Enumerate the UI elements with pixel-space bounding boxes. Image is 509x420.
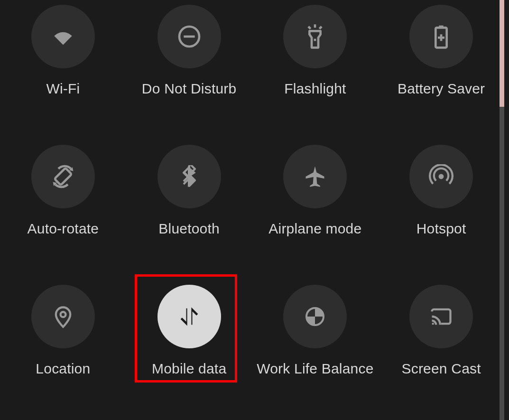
tile-wifi[interactable]: Wi-Fi xyxy=(0,0,126,140)
location-icon xyxy=(51,304,75,329)
svg-line-4 xyxy=(320,27,322,29)
quick-settings-panel: Wi-Fi Do Not Disturb xyxy=(0,0,504,420)
svg-point-16 xyxy=(432,323,434,325)
battery-saver-icon xyxy=(428,23,454,50)
tile-screen-cast[interactable]: Screen Cast xyxy=(378,280,504,420)
tile-screen-cast-label: Screen Cast xyxy=(401,361,481,377)
side-strip-accent xyxy=(500,0,504,107)
tile-hotspot-circle xyxy=(409,145,473,208)
tile-bluetooth-label: Bluetooth xyxy=(158,221,220,237)
tile-airplane-circle xyxy=(283,145,347,208)
tile-battery-circle xyxy=(409,5,473,68)
tile-hotspot[interactable]: Hotspot xyxy=(378,140,504,280)
tile-auto-rotate-circle xyxy=(31,145,95,208)
hotspot-icon xyxy=(429,164,453,189)
tile-flashlight-label: Flashlight xyxy=(284,81,346,97)
tile-work-life-label: Work Life Balance xyxy=(257,361,373,377)
tile-mobile-data-circle xyxy=(157,285,221,348)
tile-mobile-data[interactable]: Mobile data xyxy=(126,280,252,420)
svg-line-3 xyxy=(308,27,311,29)
tile-location-label: Location xyxy=(36,361,90,377)
quick-settings-grid: Wi-Fi Do Not Disturb xyxy=(0,0,504,420)
tile-flashlight[interactable]: Flashlight xyxy=(252,0,379,140)
work-life-icon xyxy=(304,305,326,328)
bluetooth-icon xyxy=(178,165,201,188)
tile-wifi-label: Wi-Fi xyxy=(46,81,80,97)
tile-location-circle xyxy=(31,285,95,348)
tile-dnd-circle xyxy=(157,5,221,68)
tile-auto-rotate[interactable]: Auto-rotate xyxy=(0,140,126,280)
screen-cast-icon xyxy=(429,304,453,329)
tile-screen-cast-circle xyxy=(409,285,473,348)
tile-flashlight-circle xyxy=(283,5,347,68)
tile-dnd-label: Do Not Disturb xyxy=(142,81,237,97)
dnd-icon xyxy=(176,23,203,50)
tile-mobile-data-label: Mobile data xyxy=(152,361,226,377)
wifi-icon xyxy=(50,23,76,50)
airplane-icon xyxy=(303,164,327,189)
svg-point-13 xyxy=(439,174,444,179)
tile-airplane-mode[interactable]: Airplane mode xyxy=(252,140,379,280)
svg-point-14 xyxy=(60,312,65,317)
tile-location[interactable]: Location xyxy=(0,280,126,420)
tile-battery-label: Battery Saver xyxy=(398,81,485,97)
svg-rect-10 xyxy=(55,168,72,185)
tile-bluetooth-circle xyxy=(157,145,221,208)
mobile-data-icon xyxy=(177,304,202,329)
tile-work-life-balance[interactable]: Work Life Balance xyxy=(252,280,379,420)
tile-hotspot-label: Hotspot xyxy=(416,221,466,237)
tile-wifi-circle xyxy=(31,5,95,68)
tile-battery-saver[interactable]: Battery Saver xyxy=(378,0,504,140)
flashlight-icon xyxy=(302,23,328,50)
tile-airplane-label: Airplane mode xyxy=(268,221,361,237)
auto-rotate-icon xyxy=(50,163,76,190)
side-scroll-strip xyxy=(500,0,504,420)
tile-auto-rotate-label: Auto-rotate xyxy=(28,221,99,237)
tile-work-life-circle xyxy=(283,285,347,348)
tile-do-not-disturb[interactable]: Do Not Disturb xyxy=(126,0,252,140)
tile-bluetooth[interactable]: Bluetooth xyxy=(126,140,252,280)
svg-rect-7 xyxy=(439,26,443,28)
